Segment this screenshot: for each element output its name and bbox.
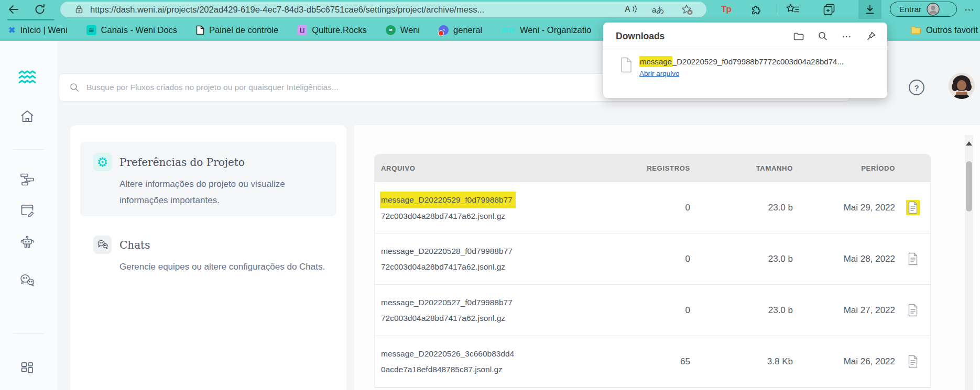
tampermonkey-extension-icon[interactable]: Tp bbox=[721, 4, 731, 15]
table-row[interactable]: message_D20220527_f0d79988b7772c003d04a2… bbox=[375, 285, 930, 336]
registros-value: 0 bbox=[576, 305, 690, 316]
archive-filename: message_D20220527_f0d79988b7772c003d04a2… bbox=[375, 295, 576, 326]
archive-filename: message_D20220529_f0d79988b7772c003d04a2… bbox=[375, 192, 576, 224]
translate-icon[interactable]: aあ bbox=[652, 5, 665, 15]
tamanho-value: 23.0 b bbox=[690, 254, 793, 264]
back-icon[interactable] bbox=[7, 3, 20, 16]
pin-downloads-icon[interactable] bbox=[866, 31, 876, 41]
svg-text:A: A bbox=[625, 5, 630, 14]
registros-value: 0 bbox=[576, 254, 690, 264]
registros-value: 65 bbox=[576, 356, 690, 367]
nav-item-description: Altere informações do projeto ou visuali… bbox=[119, 176, 328, 208]
registros-value: 0 bbox=[576, 203, 690, 213]
column-tamanho: TAMANHO bbox=[690, 164, 793, 172]
bookmark-weni-green[interactable]: ≈ Weni bbox=[386, 25, 420, 35]
app-sidebar bbox=[0, 41, 58, 390]
scrollbar-up-arrow[interactable] bbox=[966, 141, 972, 146]
periodo-value: Mai 29, 2022 bbox=[793, 203, 895, 213]
bookmark-qulture[interactable]: ⊔ Qulture.Rocks bbox=[297, 25, 367, 35]
refresh-icon[interactable] bbox=[34, 3, 46, 16]
toolbar-separator bbox=[777, 4, 777, 15]
sidebar-home-icon[interactable] bbox=[20, 109, 35, 123]
archive-table: ARQUIVO REGISTROS TAMANHO PERÍODO messag… bbox=[375, 154, 930, 387]
periodo-value: Mai 27, 2022 bbox=[793, 305, 895, 316]
downloads-more-options-icon[interactable]: ⋯ bbox=[842, 30, 852, 42]
archive-filename: message_D20220528_f0d79988b7772c003d04a2… bbox=[375, 243, 576, 275]
tamanho-value: 23.0 b bbox=[690, 305, 793, 316]
periodo-value: Mai 28, 2022 bbox=[793, 254, 895, 264]
read-aloud-icon[interactable]: A bbox=[625, 4, 638, 15]
file-icon bbox=[620, 57, 633, 78]
chat-general-favicon: ◔ bbox=[439, 25, 449, 35]
other-favorites-label: Outros favorit bbox=[926, 25, 978, 35]
weni-logo[interactable] bbox=[18, 70, 37, 84]
nav-item-title: Chats bbox=[119, 239, 150, 251]
download-archive-icon[interactable] bbox=[906, 251, 920, 266]
address-bar[interactable]: https://dash.weni.ai/projects/202ad429-6… bbox=[60, 2, 706, 17]
lock-icon[interactable] bbox=[74, 5, 84, 14]
open-downloads-folder-icon[interactable] bbox=[793, 32, 804, 41]
url-text[interactable]: https://dash.weni.ai/projects/202ad429-6… bbox=[90, 2, 484, 17]
table-row[interactable]: message_D20220529_f0d79988b7772c003d04a2… bbox=[375, 182, 930, 233]
bookmark-chat-general[interactable]: ◔ general bbox=[439, 25, 482, 35]
downloads-popup-header: Downloads ⋯ bbox=[603, 23, 887, 50]
column-registros: REGISTROS bbox=[576, 164, 690, 172]
sidebar-bot-icon[interactable] bbox=[20, 236, 35, 250]
other-favorites[interactable]: Outros favorit bbox=[911, 19, 978, 41]
nav-item-project-preferences[interactable]: ⚙ Preferências do Projeto Altere informa… bbox=[80, 142, 336, 216]
weni-x-favicon: ✖ bbox=[8, 25, 15, 35]
sidebar-apps-grid-icon[interactable] bbox=[20, 361, 35, 375]
bookmark-weni-x[interactable]: ✖ Início | Weni bbox=[8, 25, 68, 35]
download-filename: message_D20220529_f0d79988b7772c003d04a2… bbox=[639, 56, 844, 67]
nav-item-chats[interactable]: Chats Gerencie equipes ou altere configu… bbox=[80, 225, 336, 303]
bookmarks-list: ✖ Início | Weni ≋ Canais - Weni Docs Pai… bbox=[8, 19, 591, 41]
downloads-title: Downloads bbox=[616, 31, 665, 42]
downloads-popup: Downloads ⋯ message_D20220529_f0d79988b7… bbox=[603, 23, 887, 98]
sidebar-flows-icon[interactable] bbox=[20, 173, 35, 186]
sign-in-button[interactable]: Entrar bbox=[890, 2, 957, 17]
download-item[interactable]: message_D20220529_f0d79988b7772c003d04a2… bbox=[603, 50, 887, 78]
open-file-link[interactable]: Abrir arquivo bbox=[639, 70, 680, 77]
favorites-list-icon[interactable] bbox=[786, 4, 800, 15]
archive-table-body: message_D20220529_f0d79988b7772c003d04a2… bbox=[375, 182, 930, 387]
search-icon bbox=[69, 82, 80, 93]
sidebar-studio-icon[interactable] bbox=[20, 204, 35, 217]
archive-filename: message_D20220526_3c660b83dd40acde7a18ef… bbox=[375, 346, 576, 377]
help-button[interactable]: ? bbox=[909, 80, 924, 95]
chats-icon bbox=[93, 236, 112, 254]
sidebar-divider bbox=[13, 149, 45, 150]
column-periodo: PERÍODO bbox=[793, 164, 895, 172]
download-archive-icon[interactable] bbox=[906, 354, 920, 369]
weni-green-favicon: ≈ bbox=[386, 25, 396, 35]
download-archive-icon[interactable] bbox=[906, 200, 920, 215]
sidebar-chats-icon[interactable] bbox=[19, 274, 35, 287]
archive-table-header: ARQUIVO REGISTROS TAMANHO PERÍODO bbox=[375, 154, 930, 182]
folder-icon bbox=[911, 26, 921, 35]
download-archive-icon[interactable] bbox=[906, 303, 920, 318]
settings-nav-panel: ⚙ Preferências do Projeto Altere informa… bbox=[70, 125, 346, 390]
user-avatar[interactable] bbox=[949, 73, 975, 99]
page-favicon bbox=[196, 25, 204, 35]
nav-item-title: Preferências do Projeto bbox=[119, 156, 245, 169]
column-arquivo: ARQUIVO bbox=[375, 164, 576, 172]
browser-menu-icon[interactable]: ⋯ bbox=[964, 0, 975, 19]
tamanho-value: 3.8 Kb bbox=[690, 356, 793, 367]
weni-docs-favicon: ≋ bbox=[86, 25, 96, 35]
table-row[interactable]: message_D20220528_f0d79988b7772c003d04a2… bbox=[375, 233, 930, 285]
table-row[interactable]: message_D20220526_3c660b83dd40acde7a18ef… bbox=[375, 336, 930, 387]
tamanho-value: 23.0 b bbox=[690, 203, 793, 213]
screen: https://dash.weni.ai/projects/202ad429-6… bbox=[0, 0, 980, 390]
bookmark-weni-docs[interactable]: ≋ Canais - Weni Docs bbox=[86, 25, 178, 35]
collections-icon[interactable] bbox=[823, 3, 835, 16]
search-downloads-icon[interactable] bbox=[818, 31, 827, 41]
extensions-puzzle-icon[interactable] bbox=[750, 4, 763, 16]
sign-in-label: Entrar bbox=[899, 5, 921, 14]
add-favorite-icon[interactable] bbox=[681, 4, 693, 15]
bookmark-page[interactable]: Painel de controle bbox=[196, 25, 278, 35]
downloads-button-active[interactable] bbox=[858, 0, 881, 19]
weni-waves-favicon: ≋≋ bbox=[501, 25, 515, 35]
scrollbar-thumb[interactable] bbox=[966, 161, 972, 211]
nav-item-description: Gerencie equipes ou altere configurações… bbox=[119, 259, 328, 275]
profile-placeholder-icon bbox=[927, 3, 940, 16]
bookmark-weni-waves[interactable]: ≋≋ Weni - Organizatio bbox=[501, 25, 591, 35]
